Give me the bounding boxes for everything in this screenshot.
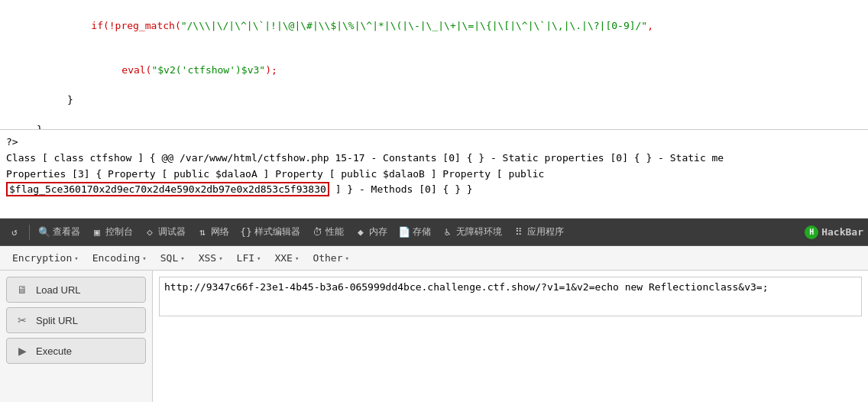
menu-other-arrow: ▾ [345,254,349,262]
storage-icon: 📄 [398,226,410,238]
output-line-props: Properties [3] { Property [ public $dala… [6,167,862,183]
performance-icon: ⏱ [311,226,323,238]
menu-encryption-label: Encryption [12,252,72,264]
menu-xxe-arrow: ▾ [295,254,299,262]
execute-label: Execute [36,345,72,357]
application-label: 应用程序 [527,225,564,238]
hackbar-content: 🖥 Load URL ✂ Split URL ▶ Execute [0,271,868,402]
application-icon: ⠿ [513,226,525,238]
network-icon: ⇅ [196,226,209,238]
load-url-button[interactable]: 🖥 Load URL [6,277,146,303]
load-url-icon: 🖥 [15,282,30,297]
menu-encryption[interactable]: Encryption ▾ [6,249,85,267]
output-line-flag: $flag_5ce360170x2d9ec70x2d4e590x2db97e0x… [6,182,862,198]
split-url-icon: ✂ [15,313,30,328]
left-panel: 🖥 Load URL ✂ Split URL ▶ Execute [0,271,153,402]
hackbar-menu: Encryption ▾ Encoding ▾ SQL ▾ XSS ▾ LFI … [0,246,868,271]
menu-xss-label: XSS [199,252,216,264]
code-area: if(!preg_match("/\\\|\/|\^|\`|!|\@|\#|\\… [0,0,868,130]
memory-label: 内存 [369,225,387,238]
code-line-1: if(!preg_match("/\\\|\/|\^|\`|!|\@|\#|\\… [6,3,862,48]
style-editor-icon: {} [240,226,252,238]
load-url-label: Load URL [36,284,81,296]
menu-xxe-label: XXE [274,252,292,264]
code-line-5: } [6,122,862,130]
menu-lfi-arrow: ▾ [257,254,261,262]
execute-icon: ▶ [15,343,30,358]
hackbar-logo: H HackBar [805,225,863,239]
accessibility-label: 无障碍环境 [456,225,502,238]
devtools-inspector[interactable]: 🔍 查看器 [34,223,84,241]
menu-xss-arrow: ▾ [219,254,222,262]
menu-sql-arrow: ▾ [180,254,184,262]
menu-lfi[interactable]: LFI ▾ [231,249,267,267]
devtools-memory[interactable]: ◆ 内存 [351,223,391,241]
separator-1 [29,225,30,240]
devtools-accessibility[interactable]: ♿ 无障碍环境 [438,223,506,241]
menu-xxe[interactable]: XXE ▾ [268,249,305,267]
devtools-application[interactable]: ⠿ 应用程序 [509,223,568,241]
devtools-style-editor[interactable]: {} 样式编辑器 [236,223,304,241]
code-line-4 [6,108,862,123]
menu-encryption-arrow: ▾ [74,254,78,262]
refresh-icon: ↺ [8,226,21,238]
devtools-debugger[interactable]: ◇ 调试器 [140,223,189,241]
menu-other-label: Other [313,252,342,264]
execute-button[interactable]: ▶ Execute [6,338,146,364]
output-line-flag-post: ] } - Methods [0] { } } [329,183,473,195]
console-label: 控制台 [105,225,133,238]
devtools-storage[interactable]: 📄 存储 [394,223,435,241]
network-label: 网络 [211,225,229,238]
output-area: ?> Class [ class ctfshow ] { @@ /var/www… [0,130,868,219]
menu-xss[interactable]: XSS ▾ [193,249,229,267]
output-line-php: ?> [6,135,862,151]
menu-other[interactable]: Other ▾ [306,249,355,267]
devtools-refresh[interactable]: ↺ [5,224,24,241]
hackbar-dot-icon: H [805,225,818,239]
output-line-class: Class [ class ctfshow ] { @@ /var/www/ht… [6,151,862,167]
menu-encoding-label: Encoding [92,252,141,264]
menu-encoding-arrow: ▾ [142,254,146,262]
inspector-icon: 🔍 [38,226,50,238]
debugger-label: 调试器 [158,225,186,238]
storage-label: 存储 [413,225,431,238]
console-icon: ▣ [91,226,103,238]
performance-label: 性能 [326,225,344,238]
split-url-button[interactable]: ✂ Split URL [6,307,146,333]
right-panel[interactable] [153,271,868,402]
hackbar-area: Encryption ▾ Encoding ▾ SQL ▾ XSS ▾ LFI … [0,246,868,402]
menu-lfi-label: LFI [237,252,254,264]
devtools-network[interactable]: ⇅ 网络 [193,223,233,241]
devtools-console[interactable]: ▣ 控制台 [87,223,137,241]
menu-sql[interactable]: SQL ▾ [154,249,191,267]
flag-value: $flag_5ce360170x2d9ec70x2d4e590x2db97e0x… [6,182,329,196]
inspector-label: 查看器 [53,225,80,238]
debugger-icon: ◇ [144,226,156,238]
devtools-performance[interactable]: ⏱ 性能 [307,223,348,241]
menu-encoding[interactable]: Encoding ▾ [86,249,153,267]
hackbar-label: HackBar [821,226,863,238]
devtools-bar: ↺ 🔍 查看器 ▣ 控制台 ◇ 调试器 ⇅ 网络 {} 样式编辑器 ⏱ 性能 ◆… [0,219,868,246]
accessibility-icon: ♿ [442,226,454,238]
code-line-3: } [6,92,862,108]
code-line-2: eval("$v2('ctfshow')$v3"); [6,48,862,93]
split-url-label: Split URL [36,315,78,326]
memory-icon: ◆ [355,226,367,238]
style-editor-label: 样式编辑器 [254,225,300,238]
url-input[interactable] [159,277,862,316]
menu-sql-label: SQL [160,252,178,264]
